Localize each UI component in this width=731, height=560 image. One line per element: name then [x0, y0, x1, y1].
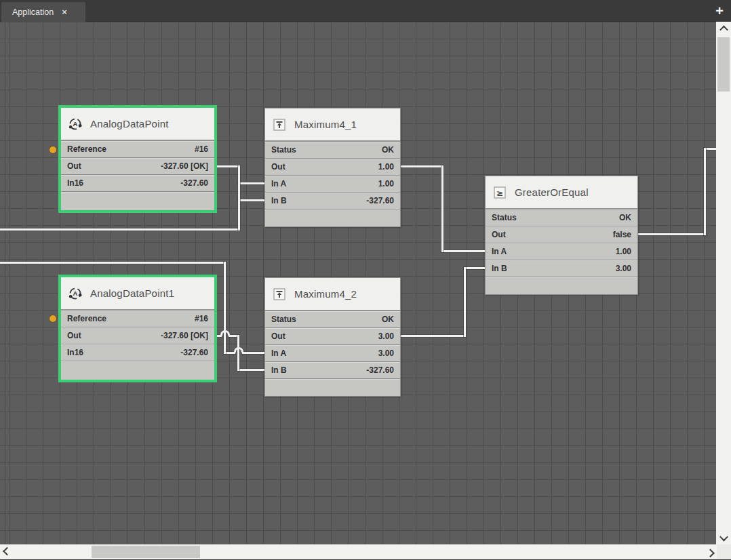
port-value: 1.00	[616, 247, 631, 256]
block-port-row[interactable]: In B 3.00	[486, 260, 637, 277]
tab-label: Application	[12, 7, 54, 17]
wire-segment[interactable]	[242, 352, 265, 354]
maximum-icon	[272, 287, 287, 302]
block-title: Maximum4_1	[294, 119, 357, 130]
svg-text:A: A	[73, 120, 78, 127]
port-label: Out	[271, 162, 285, 172]
port-label: Out	[492, 230, 506, 239]
tab-application[interactable]: Application ×	[1, 2, 85, 22]
port-value: -327.60	[366, 365, 394, 375]
wire-segment[interactable]	[400, 335, 465, 337]
scroll-up-button[interactable]	[716, 22, 731, 35]
wire-segment[interactable]	[0, 228, 239, 231]
scroll-right-button[interactable]	[703, 544, 717, 559]
wire-segment[interactable]	[704, 148, 717, 150]
port-value: 3.00	[378, 348, 394, 358]
wire-segment[interactable]	[237, 335, 239, 371]
svg-text:≥: ≥	[496, 188, 503, 197]
block-port-row[interactable]: Out -327.60 [OK]	[61, 327, 214, 344]
block-port-row[interactable]: Reference #16	[61, 140, 214, 157]
block-title: GreaterOrEqual	[515, 186, 589, 198]
block-header[interactable]: Maximum4_2	[265, 278, 400, 311]
block-header[interactable]: ≥ GreaterOrEqual	[486, 176, 637, 209]
port-value: 3.00	[616, 264, 631, 273]
port-label: In B	[271, 365, 287, 375]
port-label: Status	[271, 315, 296, 324]
add-tab-button[interactable]: +	[712, 3, 727, 19]
block-analog-data-point[interactable]: A AnalogDataPoint Reference #16 Out -327…	[58, 105, 217, 213]
wire-segment[interactable]	[224, 262, 226, 354]
port-label: In A	[492, 247, 507, 256]
wire-hop-icon	[234, 347, 243, 353]
block-title: AnalogDataPoint	[90, 118, 169, 129]
vertical-scrollbar[interactable]	[716, 22, 731, 544]
port-label: In A	[271, 348, 286, 358]
block-greater-or-equal[interactable]: ≥ GreaterOrEqual Status OK Out false In …	[485, 176, 638, 295]
wire-segment[interactable]	[238, 199, 265, 201]
horizontal-scroll-thumb[interactable]	[92, 546, 200, 558]
analog-data-point-icon: A	[68, 117, 83, 132]
port-value: 3.00	[378, 332, 394, 341]
block-footer-row	[61, 191, 214, 210]
block-port-row[interactable]: Status OK	[265, 141, 400, 158]
wire-segment[interactable]	[400, 165, 443, 167]
wire-segment[interactable]	[441, 165, 443, 252]
port-label: In A	[271, 179, 286, 188]
block-port-row[interactable]: Out false	[486, 226, 637, 243]
block-port-row[interactable]: In A 1.00	[486, 243, 637, 260]
reference-port-dot[interactable]	[50, 146, 56, 153]
block-port-row[interactable]: In A 3.00	[265, 344, 400, 361]
scroll-down-button[interactable]	[716, 531, 731, 544]
block-port-row[interactable]: In B -327.60	[265, 192, 400, 209]
port-label: In16	[67, 178, 83, 188]
reference-port-dot[interactable]	[50, 315, 56, 322]
block-port-row[interactable]: In16 -327.60	[61, 344, 214, 361]
wire-segment[interactable]	[704, 148, 706, 235]
block-port-row[interactable]: Out 1.00	[265, 158, 400, 175]
block-port-row[interactable]: Status OK	[486, 209, 637, 226]
block-header[interactable]: Maximum4_1	[265, 108, 400, 141]
chevron-down-icon	[719, 532, 728, 541]
port-label: In B	[271, 196, 287, 205]
vertical-scroll-thumb[interactable]	[717, 37, 730, 92]
horizontal-scrollbar[interactable]	[0, 544, 717, 559]
wire-sheet-editor: Application × + A	[0, 0, 731, 560]
wire-segment[interactable]	[441, 250, 486, 252]
port-value: OK	[382, 315, 394, 324]
wire-segment[interactable]	[238, 165, 240, 231]
wire-segment[interactable]	[217, 165, 239, 167]
block-port-row[interactable]: Reference #16	[61, 310, 214, 327]
wire-segment[interactable]	[464, 267, 486, 269]
tab-bar: Application × +	[0, 0, 731, 22]
port-value: false	[613, 230, 631, 239]
block-port-row[interactable]: Out -327.60 [OK]	[61, 157, 214, 174]
block-title: Maximum4_2	[294, 288, 357, 300]
wire-segment[interactable]	[637, 233, 705, 235]
chevron-right-icon	[706, 548, 715, 557]
block-analog-data-point1[interactable]: A AnalogDataPoint1 Reference #16 Out -32…	[58, 275, 217, 382]
wire-segment[interactable]	[464, 267, 466, 337]
block-port-row[interactable]: Out 3.00	[265, 327, 400, 344]
block-header[interactable]: A AnalogDataPoint	[61, 108, 214, 140]
maximum-icon	[272, 117, 287, 132]
block-port-row[interactable]: Status OK	[265, 311, 400, 327]
port-value: -327.60 [OK]	[161, 331, 208, 340]
wire-segment[interactable]	[237, 369, 265, 371]
port-value: OK	[619, 213, 631, 222]
wire-hop-icon	[220, 330, 230, 336]
block-maximum4-1[interactable]: Maximum4_1 Status OK Out 1.00 In A 1.00 …	[264, 108, 401, 227]
port-value: -327.60	[180, 348, 208, 357]
wire-segment[interactable]	[0, 262, 225, 264]
port-value: 1.00	[378, 179, 394, 188]
block-port-row[interactable]: In B -327.60	[265, 361, 400, 378]
block-header[interactable]: A AnalogDataPoint1	[61, 277, 214, 310]
scroll-left-button[interactable]	[0, 544, 14, 559]
port-label: Reference	[67, 144, 106, 154]
block-port-row[interactable]: In16 -327.60	[61, 174, 214, 191]
close-icon[interactable]: ×	[62, 7, 67, 16]
block-maximum4-2[interactable]: Maximum4_2 Status OK Out 3.00 In A 3.00 …	[264, 277, 401, 397]
port-label: Status	[271, 145, 296, 155]
wire-segment[interactable]	[238, 182, 265, 184]
port-label: Out	[271, 332, 285, 341]
block-port-row[interactable]: In A 1.00	[265, 175, 400, 192]
